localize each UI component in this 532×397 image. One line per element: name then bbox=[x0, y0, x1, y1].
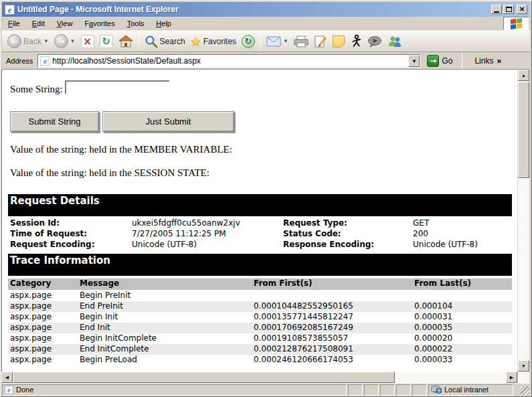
table-row: aspx.page End PreInit 0.0001044825529501… bbox=[8, 301, 512, 312]
column-header: From Last(s) bbox=[414, 279, 471, 288]
minimize-icon bbox=[494, 11, 499, 13]
forward-button[interactable]: → ▼ bbox=[52, 32, 78, 51]
status-panel bbox=[364, 384, 379, 396]
print-icon bbox=[294, 35, 308, 48]
search-button[interactable]: Search bbox=[142, 32, 188, 51]
menu-bar: File Edit View Favorites Tools Help bbox=[2, 17, 530, 31]
table-row: aspx.page Begin PreLoad 0.00024612066617… bbox=[8, 355, 512, 366]
browser-window: e Untitled Page - Microsoft Internet Exp… bbox=[0, 0, 532, 397]
home-button[interactable] bbox=[116, 32, 136, 51]
speech-bubble-icon bbox=[367, 35, 382, 48]
maximize-icon bbox=[506, 7, 512, 12]
member-variable-line: Value of the string: held in the MEMBER … bbox=[10, 144, 232, 155]
edit-button[interactable] bbox=[311, 32, 330, 51]
local-intranet-icon bbox=[431, 385, 442, 394]
menu-file[interactable]: File bbox=[2, 17, 26, 29]
search-label: Search bbox=[160, 37, 185, 46]
minimize-button[interactable] bbox=[491, 5, 502, 14]
address-dropdown-icon[interactable]: ▼ bbox=[408, 55, 420, 67]
just-submit-button[interactable]: Just Submit bbox=[102, 111, 234, 132]
submit-string-button[interactable]: Submit String bbox=[10, 111, 99, 132]
toolbar-separator bbox=[260, 33, 261, 50]
home-icon bbox=[118, 35, 133, 48]
favorites-star-icon: ★ bbox=[191, 34, 201, 49]
session-state-line: Value of the string: held in the SESSION… bbox=[10, 167, 209, 179]
scroll-right-icon: ▶ bbox=[510, 375, 513, 380]
running-man-icon bbox=[350, 35, 362, 48]
scroll-right-button[interactable]: ▶ bbox=[506, 372, 517, 383]
mail-icon bbox=[266, 36, 281, 47]
go-button[interactable]: → Go bbox=[424, 54, 455, 68]
scroll-up-icon: ▲ bbox=[521, 73, 526, 78]
scroll-up-button[interactable]: ▲ bbox=[518, 70, 529, 81]
table-row: aspx.page End InitComplete 0.00021287621… bbox=[8, 344, 512, 355]
back-label: Back bbox=[23, 37, 41, 46]
toolbar-separator bbox=[139, 33, 139, 50]
menu-view[interactable]: View bbox=[51, 17, 79, 29]
mail-button[interactable]: ▼ bbox=[264, 32, 291, 51]
note-icon bbox=[333, 35, 345, 48]
trace-information-header: Trace Information bbox=[8, 254, 512, 276]
some-string-input[interactable] bbox=[65, 80, 170, 94]
search-icon bbox=[145, 35, 158, 48]
favorites-button[interactable]: ★ Favorites bbox=[188, 32, 240, 51]
stop-button[interactable]: × bbox=[78, 32, 97, 51]
discuss-button[interactable] bbox=[365, 32, 385, 51]
status-bar: e Done Local intranet bbox=[2, 383, 530, 396]
vertical-scrollbar[interactable]: ▲ ▼ bbox=[518, 70, 529, 372]
back-button[interactable]: ← Back ▼ bbox=[5, 32, 52, 51]
status-panel bbox=[348, 384, 363, 396]
status-page-icon: e bbox=[5, 386, 13, 394]
forward-dropdown-icon[interactable]: ▼ bbox=[70, 38, 76, 44]
menu-favorites[interactable]: Favorites bbox=[78, 17, 120, 29]
status-panel bbox=[380, 384, 395, 396]
edit-icon bbox=[314, 35, 327, 48]
scroll-down-button[interactable]: ▼ bbox=[518, 360, 529, 372]
go-arrow-icon: → bbox=[427, 55, 439, 67]
refresh-icon: ↻ bbox=[100, 35, 113, 48]
vertical-scroll-thumb[interactable] bbox=[518, 82, 529, 178]
menu-edit[interactable]: Edit bbox=[26, 17, 51, 29]
print-button[interactable] bbox=[291, 32, 311, 51]
some-string-label: Some String: bbox=[10, 84, 63, 95]
people-icon bbox=[387, 35, 402, 48]
go-label: Go bbox=[442, 56, 452, 66]
security-zone-panel: Local intranet bbox=[428, 384, 513, 396]
scrollbar-corner bbox=[518, 372, 529, 383]
mail-dropdown-icon[interactable]: ▼ bbox=[283, 38, 288, 44]
messenger-button[interactable] bbox=[347, 32, 365, 51]
address-input[interactable]: e http://localhost/SessionState/Default.… bbox=[37, 54, 420, 68]
scroll-down-icon: ▼ bbox=[521, 364, 526, 368]
menu-tools[interactable]: Tools bbox=[121, 17, 151, 29]
page-favicon: e bbox=[40, 56, 50, 66]
table-row: Request Encoding: Unicode (UTF-8) Respon… bbox=[2, 240, 517, 250]
links-button[interactable]: Links » bbox=[474, 56, 501, 66]
status-text: Done bbox=[16, 386, 33, 394]
scroll-left-button[interactable]: ◀ bbox=[1, 372, 13, 383]
back-icon: ← bbox=[7, 34, 21, 48]
scroll-left-icon: ◀ bbox=[5, 375, 9, 380]
table-row: aspx.page End Init 0.000170692085167249 … bbox=[8, 323, 512, 333]
status-panel bbox=[412, 384, 427, 396]
menu-help[interactable]: Help bbox=[150, 17, 177, 29]
close-button[interactable]: × bbox=[517, 5, 527, 14]
resize-grip[interactable] bbox=[521, 386, 530, 396]
favorites-label: Favorites bbox=[203, 37, 236, 46]
column-header: From First(s) bbox=[254, 279, 313, 288]
table-row: aspx.page Begin PreInit bbox=[8, 291, 512, 301]
table-row: Session Id: ukxei5fdgff0cu55oanw2xjv Req… bbox=[2, 218, 517, 229]
horizontal-scroll-thumb[interactable] bbox=[13, 372, 395, 383]
page-content: Some String: Submit String Just Submit V… bbox=[1, 70, 517, 372]
toolbar: ← Back ▼ → ▼ × ↻ Search bbox=[2, 31, 530, 52]
addressbar-separator bbox=[462, 53, 462, 69]
history-button[interactable]: ↻ bbox=[239, 32, 258, 51]
back-dropdown-icon[interactable]: ▼ bbox=[43, 38, 49, 44]
close-icon: × bbox=[519, 6, 525, 13]
maximize-button[interactable] bbox=[503, 5, 514, 14]
horizontal-scrollbar[interactable]: ◀ ▶ bbox=[1, 372, 517, 383]
title-bar[interactable]: e Untitled Page - Microsoft Internet Exp… bbox=[2, 2, 530, 17]
refresh-button[interactable]: ↻ bbox=[97, 32, 116, 51]
forward-icon: → bbox=[54, 34, 68, 48]
msn-button[interactable] bbox=[385, 32, 405, 51]
notes-button[interactable] bbox=[330, 32, 347, 51]
